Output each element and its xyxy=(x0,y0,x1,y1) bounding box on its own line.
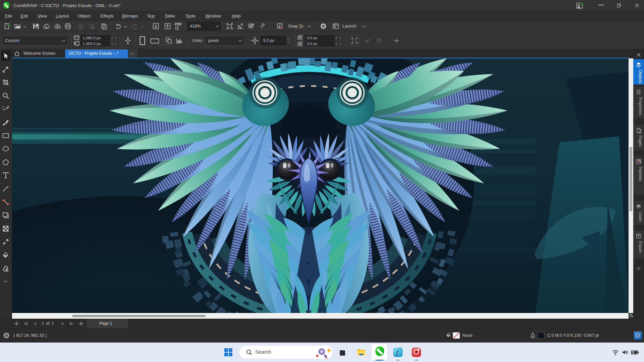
svg-text:x: x xyxy=(301,38,303,41)
svg-text:y: y xyxy=(301,45,303,47)
